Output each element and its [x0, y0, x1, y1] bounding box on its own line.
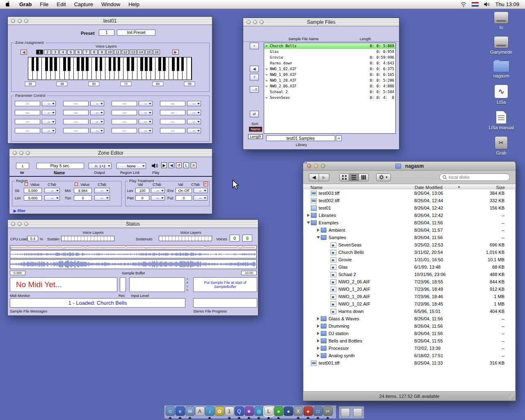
region-link-popup[interactable]: None: [116, 163, 146, 169]
sample-file-row[interactable]: Harms down0: 0: 4:643: [264, 60, 395, 66]
voice-layer-button[interactable]: 1: [36, 50, 43, 55]
voice-layer-button[interactable]: 9: [98, 50, 105, 55]
back-button[interactable]: ◀: [309, 173, 319, 181]
piano-black-key[interactable]: [158, 57, 161, 71]
finder-row[interactable]: test001.tiff8/25/04, 11:33316 KB: [304, 359, 515, 367]
finder-title-bar[interactable]: nagasm: [303, 162, 516, 171]
clear-sample-button[interactable]: →0: [250, 86, 259, 93]
piano-black-key[interactable]: [163, 57, 166, 71]
parameter-ctab-popup[interactable]: --: [42, 128, 56, 133]
library-name-field[interactable]: test01 Samples: [266, 135, 335, 141]
finder-row[interactable]: NWO_1_02.AIF7/23/96, 18:451 MB: [304, 300, 515, 308]
dock-icon-grab-dock[interactable]: ✂: [323, 406, 333, 419]
dock-icon-finder[interactable]: ☺: [165, 406, 175, 419]
piano-white-key[interactable]: [187, 57, 192, 80]
piano-black-key[interactable]: [50, 57, 52, 71]
piano-black-key[interactable]: [54, 57, 57, 71]
finder-row[interactable]: test018/26/04, 12:42156 KB: [304, 204, 515, 212]
swap-sample-button[interactable]: ⇄: [250, 111, 259, 117]
layer-next-button[interactable]: ▶: [172, 50, 179, 55]
icon-view-button[interactable]: [339, 173, 349, 181]
menu-help[interactable]: Help: [124, 0, 144, 9]
fuz-value-field[interactable]: 0: [176, 195, 192, 201]
piano-black-key[interactable]: [109, 57, 112, 71]
parameter-ctab-popup[interactable]: --: [187, 101, 201, 106]
env-value-field[interactable]: On Off: [176, 188, 192, 193]
voice-layer-button[interactable]: 3: [52, 50, 59, 55]
mvt-ctab-popup[interactable]: --: [94, 188, 110, 193]
minimize-button[interactable]: [314, 164, 318, 168]
voice-layer-button[interactable]: 12: [122, 50, 129, 55]
close-button[interactable]: [11, 19, 15, 23]
finder-row[interactable]: Schaal 210/31/96, 23:06488 KB: [304, 271, 515, 278]
sample-file-row[interactable]: ≈NWO_2_06.AIF0: 0: 4:880: [264, 83, 395, 89]
disclosure-triangle[interactable]: [316, 236, 320, 239]
dock-icon-ical[interactable]: 1: [224, 406, 234, 419]
parameter-ctab-popup[interactable]: --: [139, 101, 153, 106]
close-button[interactable]: [247, 20, 251, 24]
minimize-button[interactable]: [253, 20, 257, 24]
dock-icon-utility[interactable]: X: [293, 406, 303, 419]
parameter-ctab-popup[interactable]: --: [90, 110, 104, 115]
parameter-ctab-popup[interactable]: --: [90, 119, 104, 124]
dock-icon-media-red[interactable]: ●: [303, 406, 313, 419]
piano-black-key[interactable]: [172, 57, 175, 71]
parameter-value-box[interactable]: ---: [160, 110, 185, 115]
sample-files-title-bar[interactable]: Sample Files: [243, 18, 399, 26]
dock-icon-browser[interactable]: e: [175, 406, 185, 419]
sort-by-name-button[interactable]: Name: [249, 127, 262, 132]
piano-black-key[interactable]: [118, 57, 121, 71]
disclosure-triangle[interactable]: [306, 214, 310, 217]
menu-window[interactable]: Window: [97, 0, 124, 9]
parameter-value-box[interactable]: ---: [160, 128, 185, 133]
finder-row[interactable]: Processor7/2/02, 13:39--: [304, 345, 515, 352]
finder-row[interactable]: Samples8/26/04, 11:56--: [304, 234, 515, 241]
date-modified-column-header[interactable]: Date Modified ▼: [415, 185, 476, 190]
piano-black-key[interactable]: [32, 57, 34, 71]
test01-title-bar[interactable]: test01: [8, 17, 212, 25]
parameter-value-box[interactable]: ---: [112, 119, 137, 124]
finder-row[interactable]: test003.tiff8/26/04, 13:06384 KB: [304, 189, 515, 197]
piano-black-key[interactable]: [127, 57, 130, 71]
parameter-ctab-popup[interactable]: --: [187, 128, 201, 133]
parameter-ctab-popup[interactable]: --: [90, 101, 104, 106]
voice-layer-button[interactable]: 6: [75, 50, 82, 55]
finder-row[interactable]: Analog synth6/18/02, 17:51--: [304, 352, 515, 359]
sample-file-row[interactable]: Grovie0: 0:59:996: [264, 55, 395, 60]
dock-icon-lisa[interactable]: L: [264, 406, 274, 419]
close-button[interactable]: [11, 222, 15, 226]
forward-button[interactable]: ▶: [319, 173, 329, 181]
env-ctab-popup[interactable]: --: [194, 188, 208, 193]
parameter-value-box[interactable]: ---: [15, 110, 40, 115]
column-view-button[interactable]: [359, 173, 369, 181]
zoom-button[interactable]: [321, 164, 325, 168]
zoom-button[interactable]: [26, 151, 30, 155]
length-header[interactable]: Length: [360, 37, 371, 41]
finder-row[interactable]: Church Bells3/11/02, 20:541,016 KB: [304, 249, 515, 256]
parameter-value-box[interactable]: ---: [112, 128, 137, 133]
voice-layer-button[interactable]: 11: [114, 50, 121, 55]
parameter-value-box[interactable]: ---: [15, 128, 40, 133]
finder-row[interactable]: Drumming8/26/04, 11:56--: [304, 322, 515, 330]
flag-a-button[interactable]: A: [191, 162, 196, 168]
layer-link-button[interactable]: L: [183, 162, 189, 168]
finder-row[interactable]: DJ station8/26/04, 11:56--: [304, 330, 515, 337]
pan-ctab-popup[interactable]: --: [151, 195, 165, 201]
dock-icon-sphere-green[interactable]: ●: [274, 406, 283, 419]
dock-icon-monitor[interactable]: □: [313, 406, 323, 419]
zoom-button[interactable]: [24, 19, 28, 23]
preset-number-field[interactable]: 1: [99, 30, 114, 36]
pan-value-field[interactable]: 0: [135, 195, 149, 201]
parameter-ctab-popup[interactable]: --: [90, 128, 104, 133]
parameter-value-box[interactable]: ---: [63, 101, 89, 106]
parameter-ctab-popup[interactable]: --: [139, 128, 153, 133]
parameter-ctab-popup[interactable]: --: [42, 110, 56, 115]
dock-icon-itunes[interactable]: ♪: [205, 406, 215, 419]
piano-black-key[interactable]: [95, 57, 98, 71]
volume-icon[interactable]: [484, 2, 490, 7]
apple-menu[interactable]: [0, 1, 15, 7]
parameter-ctab-popup[interactable]: --: [187, 110, 201, 115]
sample-file-row[interactable]: ≈NWO_1_20.AIF0: 0: 5:286: [264, 78, 395, 83]
minimize-button[interactable]: [18, 19, 22, 23]
dock-icon-iphoto[interactable]: ✿: [215, 406, 224, 419]
